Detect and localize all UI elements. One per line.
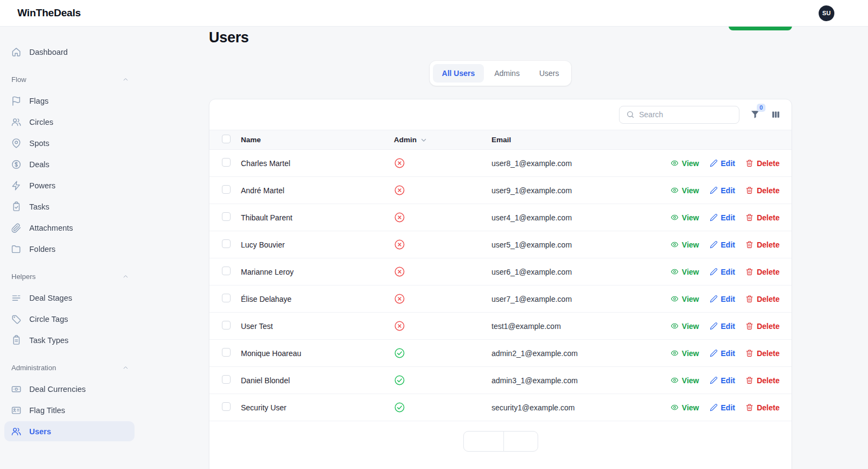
- admin-status: [394, 157, 492, 169]
- view-button[interactable]: View: [671, 349, 699, 358]
- admin-status: [394, 212, 492, 223]
- row-checkbox[interactable]: [222, 212, 231, 221]
- view-button[interactable]: View: [671, 268, 699, 276]
- action-label: Edit: [721, 186, 735, 195]
- sidebar-item-label: Deal Currencies: [29, 385, 86, 394]
- filter-button[interactable]: 0: [750, 109, 761, 120]
- search-box: [619, 106, 739, 124]
- sidebar-item-label: Folders: [29, 245, 55, 253]
- edit-button[interactable]: Edit: [710, 240, 735, 249]
- delete-button[interactable]: Delete: [745, 295, 780, 303]
- table-row: Marianne Leroyuser6_1@example.comViewEdi…: [209, 258, 792, 286]
- select-all-checkbox[interactable]: [222, 135, 231, 143]
- sidebar-item-task-types[interactable]: Task Types: [4, 330, 135, 350]
- action-label: Edit: [721, 213, 735, 222]
- sidebar-item-circle-tags[interactable]: Circle Tags: [4, 309, 135, 329]
- tab-all-users[interactable]: All Users: [433, 64, 484, 83]
- delete-button[interactable]: Delete: [745, 349, 780, 358]
- admin-status: [394, 293, 492, 305]
- row-checkbox[interactable]: [222, 239, 231, 248]
- x-circle-icon: [394, 320, 405, 332]
- chevron-up-icon[interactable]: [122, 76, 129, 83]
- tab-users[interactable]: Users: [530, 64, 569, 83]
- edit-button[interactable]: Edit: [710, 268, 735, 276]
- table-row: Lucy Bouvieruser5_1@example.comViewEditD…: [209, 231, 792, 258]
- table-header-row: Name Admin Email: [209, 130, 792, 150]
- row-checkbox[interactable]: [222, 402, 231, 411]
- action-label: Delete: [757, 268, 780, 276]
- delete-button[interactable]: Delete: [745, 376, 780, 385]
- users-table-card: 0 Name Admin Email Charles Marteluser8_1…: [209, 99, 792, 469]
- sidebar-item-powers[interactable]: Powers: [4, 175, 135, 195]
- sidebar-item-tasks[interactable]: Tasks: [4, 197, 135, 217]
- circles-icon: [11, 117, 22, 128]
- sidebar-item-deal-currencies[interactable]: Deal Currencies: [4, 379, 135, 399]
- admin-status: [394, 185, 492, 196]
- row-checkbox[interactable]: [222, 348, 231, 357]
- view-button[interactable]: View: [671, 376, 699, 385]
- delete-button[interactable]: Delete: [745, 322, 780, 331]
- sidebar-item-flags[interactable]: Flags: [4, 91, 135, 111]
- row-actions: ViewEditDelete: [611, 322, 780, 331]
- view-button[interactable]: View: [671, 213, 699, 222]
- pagination-prev-button[interactable]: [463, 431, 504, 452]
- edit-button[interactable]: Edit: [710, 159, 735, 168]
- delete-button[interactable]: Delete: [745, 186, 780, 195]
- action-label: Delete: [757, 159, 780, 168]
- sidebar-item-folders[interactable]: Folders: [4, 239, 135, 259]
- row-checkbox[interactable]: [222, 267, 231, 275]
- sidebar-item-deal-stages[interactable]: Deal Stages: [4, 288, 135, 308]
- sidebar-item-flag-titles[interactable]: Flag Titles: [4, 400, 135, 420]
- sidebar-item-dashboard[interactable]: Dashboard: [4, 42, 135, 62]
- row-actions: ViewEditDelete: [611, 268, 780, 276]
- edit-button[interactable]: Edit: [710, 403, 735, 412]
- view-button[interactable]: View: [671, 159, 699, 168]
- chevron-up-icon[interactable]: [122, 273, 129, 280]
- edit-button[interactable]: Edit: [710, 295, 735, 303]
- home-icon: [11, 47, 22, 58]
- delete-button[interactable]: Delete: [745, 240, 780, 249]
- row-checkbox[interactable]: [222, 185, 231, 194]
- sidebar-item-users[interactable]: Users: [4, 421, 135, 441]
- check-circle-icon: [394, 347, 405, 359]
- edit-button[interactable]: Edit: [710, 349, 735, 358]
- edit-button[interactable]: Edit: [710, 213, 735, 222]
- delete-button[interactable]: Delete: [745, 268, 780, 276]
- sidebar-item-label: Dashboard: [29, 48, 68, 56]
- user-email: security1@example.com: [492, 403, 611, 412]
- columns-button[interactable]: [771, 110, 781, 119]
- folder-icon: [11, 244, 22, 255]
- row-checkbox[interactable]: [222, 158, 231, 167]
- sidebar-item-circles[interactable]: Circles: [4, 112, 135, 132]
- view-button[interactable]: View: [671, 240, 699, 249]
- sidebar-item-deals[interactable]: Deals: [4, 154, 135, 174]
- sidebar-item-spots[interactable]: Spots: [4, 133, 135, 153]
- delete-button[interactable]: Delete: [745, 159, 780, 168]
- sidebar-item-attachments[interactable]: Attachments: [4, 218, 135, 238]
- chevron-down-icon[interactable]: [420, 136, 427, 144]
- row-actions: ViewEditDelete: [611, 403, 780, 412]
- row-checkbox-cell: [209, 158, 241, 168]
- trash-icon: [745, 295, 754, 303]
- delete-button[interactable]: Delete: [745, 213, 780, 222]
- row-checkbox[interactable]: [222, 375, 231, 384]
- view-button[interactable]: View: [671, 322, 699, 331]
- row-checkbox[interactable]: [222, 294, 231, 302]
- edit-button[interactable]: Edit: [710, 186, 735, 195]
- user-email: user7_1@example.com: [492, 295, 611, 303]
- search-input[interactable]: [639, 110, 737, 119]
- edit-button[interactable]: Edit: [710, 376, 735, 385]
- row-checkbox[interactable]: [222, 321, 231, 329]
- delete-button[interactable]: Delete: [745, 403, 780, 412]
- user-avatar[interactable]: SU: [819, 5, 834, 21]
- chevron-up-icon[interactable]: [122, 364, 129, 371]
- view-button[interactable]: View: [671, 186, 699, 195]
- view-button[interactable]: View: [671, 295, 699, 303]
- action-label: Delete: [757, 295, 780, 303]
- tabs-bar: All UsersAdminsUsers: [209, 61, 792, 86]
- brand-logo: WinTheDeals: [17, 7, 81, 19]
- pagination-next-button[interactable]: [503, 431, 538, 452]
- edit-button[interactable]: Edit: [710, 322, 735, 331]
- tab-admins[interactable]: Admins: [485, 64, 529, 83]
- view-button[interactable]: View: [671, 403, 699, 412]
